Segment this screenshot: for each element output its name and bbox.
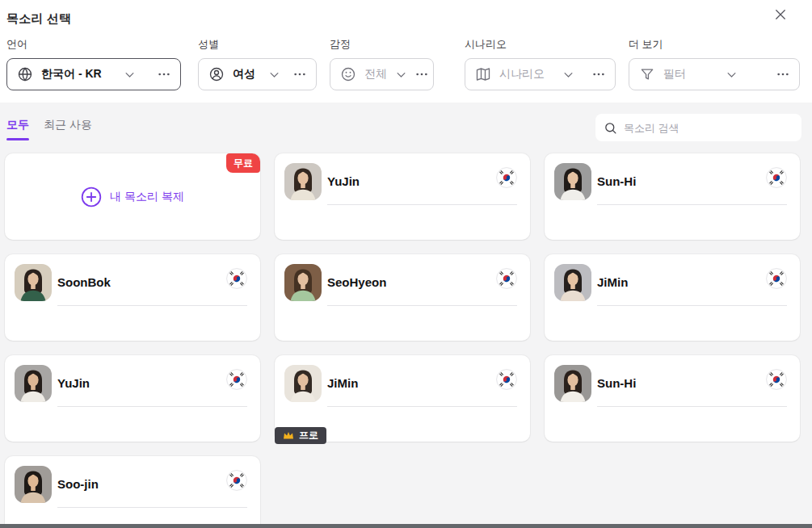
voice-name: JiMin [327, 376, 358, 390]
pro-badge: 프로 [275, 427, 326, 444]
divider [57, 305, 247, 306]
map-icon [475, 66, 491, 82]
horizontal-scrollbar[interactable] [0, 524, 812, 528]
voice-name: SeoHyeon [327, 275, 386, 289]
korea-flag-icon [226, 470, 247, 491]
divider [327, 204, 517, 205]
filter-label: 성별 [198, 37, 317, 52]
filter-dropdown[interactable]: 여성 [198, 58, 317, 90]
tab-all-label: 모두 [6, 118, 29, 131]
filter-group-globe: 언어 한국어 - KR [6, 37, 181, 90]
ellipsis-icon[interactable] [158, 68, 170, 81]
clone-voice-inner: 내 목소리 복제 [81, 186, 184, 207]
divider [597, 204, 787, 205]
voice-card[interactable]: YuJin [5, 355, 260, 442]
plus-circle-icon [81, 186, 102, 207]
crown-icon [283, 431, 294, 440]
filter-value: 시나리오 [499, 67, 545, 82]
ellipsis-icon[interactable] [776, 68, 789, 81]
divider [57, 406, 247, 407]
filter-value: 여성 [233, 67, 255, 82]
filter-dropdown[interactable]: 전체 [330, 58, 434, 90]
filter-value: 전체 [364, 67, 387, 82]
close-icon[interactable] [772, 6, 789, 23]
filter-dropdown[interactable]: 시나리오 [465, 58, 616, 90]
voice-card[interactable]: JiMin [545, 254, 800, 341]
ellipsis-icon[interactable] [293, 68, 306, 81]
filter-group-person: 성별 여성 [198, 37, 317, 90]
chevron-down-icon [562, 69, 574, 81]
voice-card[interactable]: SeoHyeon [275, 254, 530, 341]
filter-bar: 언어 한국어 - KR 성별 여성 감정 전 [6, 37, 800, 90]
voice-card[interactable]: SoonBok [5, 254, 260, 341]
voice-name: Sun-Hi [597, 376, 636, 390]
ellipsis-icon[interactable] [592, 68, 605, 81]
title-row: 목소리 선택 [6, 8, 800, 29]
voice-name: Soo-jin [57, 477, 99, 491]
korea-flag-icon [226, 268, 247, 289]
divider [597, 406, 787, 407]
filter-label: 감정 [330, 37, 434, 52]
chevron-down-icon [726, 69, 738, 81]
person-icon [208, 66, 225, 82]
filter-label: 더 보기 [629, 37, 800, 52]
filter-label: 시나리오 [465, 37, 616, 52]
chevron-down-icon [268, 69, 280, 81]
search-box[interactable] [595, 114, 801, 141]
voice-name: YuJin [327, 174, 360, 188]
search-icon [604, 121, 617, 135]
korea-flag-icon [766, 369, 787, 390]
filter-group-smiley: 감정 전체 [330, 37, 434, 90]
modal-header: 목소리 선택 언어 한국어 - KR 성별 여성 [0, 0, 812, 103]
voice-grid: 무료 내 목소리 복제 YuJin Sun-Hi [0, 153, 812, 528]
divider [57, 507, 247, 508]
avatar [284, 163, 322, 200]
tab-recent-label: 최근 사용 [44, 118, 92, 131]
korea-flag-icon [496, 369, 517, 390]
voice-card[interactable]: JiMin 프로 [275, 355, 530, 442]
korea-flag-icon [496, 167, 517, 188]
smiley-icon [340, 66, 356, 82]
voice-card[interactable]: Sun-Hi [545, 153, 800, 240]
korea-flag-icon [766, 268, 787, 289]
voice-card[interactable]: YuJin [275, 153, 530, 240]
tabs: 모두 최근 사용 [6, 115, 92, 140]
avatar [554, 365, 591, 402]
search-input[interactable] [624, 122, 793, 134]
filter-icon [639, 66, 655, 82]
divider [327, 406, 517, 407]
page-title: 목소리 선택 [6, 11, 71, 27]
voice-name: YuJin [57, 376, 90, 390]
free-badge: 무료 [226, 153, 260, 173]
korea-flag-icon [766, 167, 787, 188]
voice-name: Sun-Hi [597, 174, 636, 188]
avatar [15, 365, 52, 402]
filter-label: 언어 [6, 37, 181, 52]
voice-card[interactable]: Soo-jin [5, 456, 260, 528]
toolbar: 모두 최근 사용 [0, 114, 812, 141]
avatar [15, 466, 52, 503]
filter-value: 필터 [663, 67, 686, 82]
avatar [284, 264, 322, 301]
avatar [284, 365, 322, 402]
chevron-down-icon [395, 69, 407, 81]
globe-icon [17, 66, 33, 82]
filter-group-map: 시나리오 시나리오 [465, 37, 616, 90]
avatar [554, 163, 591, 200]
avatar [554, 264, 591, 301]
voice-name: SoonBok [57, 275, 111, 289]
clone-voice-label: 내 목소리 복제 [110, 190, 184, 204]
korea-flag-icon [496, 268, 517, 289]
tab-all[interactable]: 모두 [6, 115, 29, 140]
voice-card[interactable]: Sun-Hi [545, 355, 800, 442]
ellipsis-icon[interactable] [415, 68, 428, 81]
divider [597, 305, 787, 306]
filter-dropdown[interactable]: 한국어 - KR [6, 58, 181, 90]
korea-flag-icon [226, 369, 247, 390]
filter-group-filter: 더 보기 필터 [629, 37, 800, 90]
filter-dropdown[interactable]: 필터 [629, 58, 800, 90]
tab-recent[interactable]: 최근 사용 [44, 115, 92, 140]
divider [327, 305, 517, 306]
clone-voice-card[interactable]: 무료 내 목소리 복제 [5, 153, 260, 240]
pro-badge-label: 프로 [299, 429, 318, 442]
